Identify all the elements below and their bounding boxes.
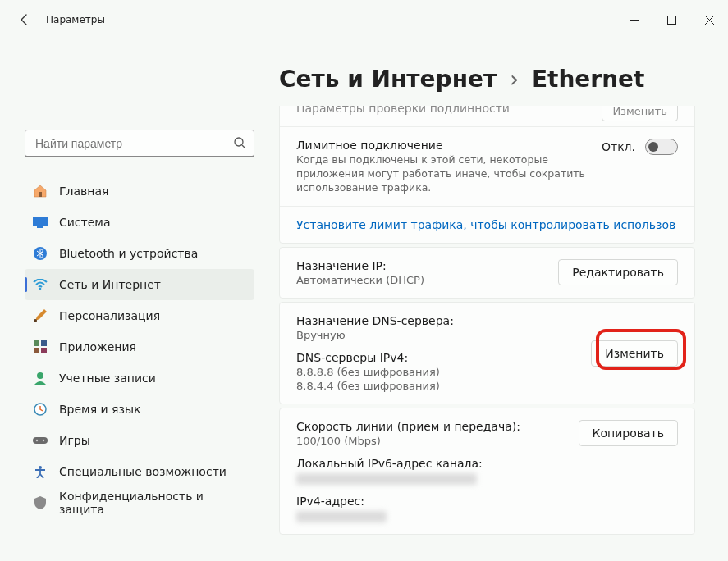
toggle-state: Откл. (602, 140, 635, 153)
wifi-icon (33, 277, 48, 292)
search-input[interactable] (25, 130, 254, 157)
svg-rect-4 (39, 192, 42, 197)
close-button[interactable] (690, 0, 728, 39)
sidebar-item-network[interactable]: Сеть и Интернет (25, 269, 254, 300)
sidebar-item-label: Система (59, 216, 110, 229)
svg-line-3 (242, 145, 245, 148)
card-dns: Назначение DNS-сервера: Вручную DNS-серв… (279, 302, 695, 404)
svg-rect-11 (41, 340, 47, 346)
svg-point-14 (37, 372, 43, 379)
ipv4-addr-label: IPv4-адрес: (296, 495, 567, 508)
breadcrumb-root[interactable]: Сеть и Интернет (279, 66, 497, 93)
minimize-button[interactable] (615, 0, 652, 39)
sidebar-item-label: Специальные возможности (59, 465, 227, 478)
svg-rect-13 (41, 348, 47, 353)
sidebar-item-personalization[interactable]: Персонализация (25, 300, 254, 331)
svg-point-19 (39, 466, 42, 469)
svg-point-8 (39, 288, 42, 290)
dns-edit-button[interactable]: Изменить (591, 340, 678, 367)
titlebar: Параметры (0, 0, 728, 39)
sidebar-item-label: Сеть и Интернет (59, 278, 161, 291)
search-icon (233, 136, 246, 153)
breadcrumb-leaf: Ethernet (532, 66, 645, 93)
ipv4-addr-value-redacted (296, 511, 387, 522)
sidebar-item-label: Главная (59, 185, 108, 198)
card-ip: Назначение IP: Автоматически (DHCP) Реда… (279, 247, 695, 299)
system-icon (33, 215, 48, 230)
metered-title: Лимитное подключение (296, 139, 590, 152)
svg-point-17 (36, 440, 38, 441)
dns-ipv4-value-1: 8.8.8.8 (без шифрования) (296, 366, 579, 378)
set-data-limit-link[interactable]: Установите лимит трафика, чтобы контроли… (280, 206, 694, 243)
ipv6-local-label: Локальный IPv6-адрес канала: (296, 457, 567, 470)
copy-button[interactable]: Копировать (579, 420, 678, 446)
breadcrumb: Сеть и Интернет › Ethernet (279, 67, 700, 93)
svg-rect-1 (667, 16, 675, 24)
dns-value: Вручную (296, 329, 579, 341)
person-icon (33, 371, 48, 385)
dns-label: Назначение DNS-сервера: (296, 314, 579, 327)
ipv6-local-value-redacted (296, 473, 477, 485)
svg-point-2 (235, 138, 243, 146)
svg-rect-10 (34, 340, 39, 346)
sidebar: Главная Система Bluetooth и устройства С… (0, 39, 263, 561)
chevron-right-icon: › (510, 66, 519, 93)
speed-label: Скорость линии (прием и передача): (296, 420, 567, 433)
sidebar-item-label: Приложения (59, 340, 136, 353)
sidebar-item-label: Игры (59, 434, 90, 447)
gamepad-icon (33, 433, 48, 448)
sidebar-item-label: Bluetooth и устройства (59, 247, 198, 260)
apps-icon (33, 340, 48, 354)
sidebar-item-apps[interactable]: Приложения (25, 331, 254, 363)
sidebar-item-bluetooth[interactable]: Bluetooth и устройства (25, 238, 254, 269)
dns-ipv4-label: DNS-серверы IPv4: (296, 351, 579, 364)
metered-desc: Когда вы подключены к этой сети, некотор… (296, 153, 590, 195)
svg-rect-5 (33, 217, 48, 226)
sidebar-item-label: Учетные записи (59, 372, 156, 385)
clock-icon (33, 402, 48, 417)
window-title: Параметры (46, 14, 105, 25)
sidebar-item-label: Время и язык (59, 403, 140, 416)
auth-edit-button[interactable]: Изменить (602, 106, 678, 121)
home-icon (33, 184, 48, 198)
svg-rect-12 (34, 348, 39, 353)
sidebar-item-accounts[interactable]: Учетные записи (25, 363, 254, 394)
svg-rect-16 (33, 437, 48, 444)
accessibility-icon (33, 464, 48, 479)
maximize-button[interactable] (652, 0, 690, 39)
sidebar-item-label: Персонализация (59, 309, 160, 322)
sidebar-item-system[interactable]: Система (25, 207, 254, 238)
svg-point-9 (34, 319, 37, 322)
back-button[interactable] (16, 11, 33, 28)
sidebar-item-time[interactable]: Время и язык (25, 394, 254, 425)
dns-ipv4-value-2: 8.8.4.4 (без шифрования) (296, 380, 579, 392)
auth-title: Параметры проверки подлинности (296, 106, 590, 115)
brush-icon (33, 308, 48, 323)
bluetooth-icon (33, 246, 48, 261)
card-auth-metered: Параметры проверки подлинности Изменить … (279, 106, 695, 244)
content: Сеть и Интернет › Ethernet Параметры про… (263, 39, 728, 561)
svg-point-18 (43, 440, 44, 441)
ip-value: Автоматически (DHCP) (296, 274, 547, 286)
sidebar-item-label: Конфиденциальность и защита (59, 490, 246, 516)
ip-edit-button[interactable]: Редактировать (558, 259, 678, 285)
ip-label: Назначение IP: (296, 259, 547, 272)
metered-toggle[interactable] (645, 139, 678, 155)
sidebar-item-accessibility[interactable]: Специальные возможности (25, 456, 254, 487)
speed-value: 100/100 (Mbps) (296, 435, 567, 447)
sidebar-item-home[interactable]: Главная (25, 176, 254, 207)
settings-panel[interactable]: Параметры проверки подлинности Изменить … (279, 106, 700, 561)
svg-rect-6 (37, 226, 43, 228)
card-speed: Скорость линии (прием и передача): 100/1… (279, 408, 695, 535)
sidebar-item-privacy[interactable]: Конфиденциальность и защита (25, 487, 254, 518)
sidebar-item-gaming[interactable]: Игры (25, 425, 254, 456)
shield-icon (33, 495, 48, 510)
